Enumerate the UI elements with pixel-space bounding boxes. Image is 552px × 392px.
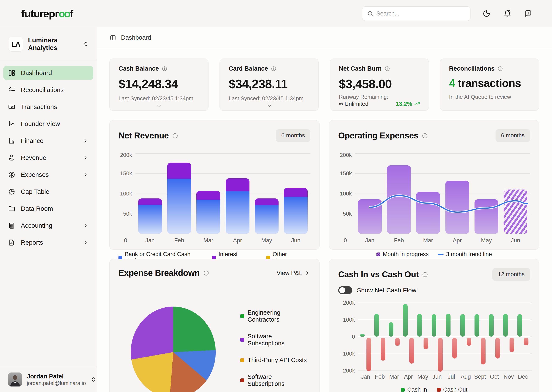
show-net-cash-flow-toggle[interactable] bbox=[338, 286, 352, 294]
line-chart-icon bbox=[8, 120, 15, 127]
cash-out-bar bbox=[409, 338, 414, 364]
cash-out-bar bbox=[467, 338, 471, 346]
chevron-right-icon bbox=[305, 270, 310, 276]
cash-out-bar bbox=[452, 338, 457, 358]
x-axis-label: Mar bbox=[196, 237, 220, 244]
cash-out-bar bbox=[395, 338, 400, 346]
sidebar-item-label: Revenue bbox=[21, 154, 77, 161]
search-input[interactable] bbox=[377, 10, 465, 17]
sidebar-item-dashboard[interactable]: Dashboard bbox=[3, 66, 93, 80]
dark-mode-button[interactable] bbox=[482, 9, 491, 18]
cash-in-bar bbox=[360, 334, 365, 337]
sidebar-item-label: Cap Table bbox=[21, 188, 88, 195]
cashflow-month-feb bbox=[373, 303, 387, 371]
net-cash-burn-value: $3,458.00 bbox=[339, 77, 420, 91]
legend-item: Cash Out bbox=[437, 386, 467, 392]
chevron-right-icon bbox=[83, 155, 88, 161]
expense-pie-chart bbox=[131, 307, 216, 392]
sidebar-item-accounting[interactable]: Accounting bbox=[3, 219, 93, 233]
cashflow-month-apr bbox=[401, 303, 415, 371]
legend-item: Cash In bbox=[401, 386, 427, 392]
sidebar-item-reconciliations[interactable]: Reconciliations bbox=[3, 83, 93, 97]
sidebar-item-reports[interactable]: Reports bbox=[3, 236, 93, 250]
main-content: Dashboard Cash Balance $14,248.34 Last S… bbox=[97, 27, 552, 392]
sidebar-item-transactions[interactable]: Transactions bbox=[3, 100, 93, 114]
y-axis-tick: - 100k bbox=[340, 350, 355, 357]
info-icon[interactable] bbox=[422, 133, 428, 139]
cash-out-bar bbox=[438, 338, 443, 372]
user-email: jordan.patel@luminara.io bbox=[27, 380, 86, 386]
runway-value: ∞ Unlimited bbox=[339, 101, 388, 107]
sidebar-item-revenue[interactable]: Revenue bbox=[3, 151, 93, 165]
chart-title: Cash In vs Cash Out bbox=[338, 270, 419, 279]
y-axis-tick: 50k bbox=[123, 210, 132, 217]
sidebar-item-label: Dashboard bbox=[21, 69, 88, 77]
legend-swatch bbox=[437, 388, 441, 392]
cash-in-bar bbox=[432, 314, 436, 337]
x-axis-label: Jan bbox=[138, 237, 162, 244]
workspace-selector[interactable]: LA Luminara Analytics bbox=[0, 27, 97, 60]
x-axis-label: Jun bbox=[284, 237, 308, 244]
x-axis-label: Oct bbox=[487, 374, 501, 380]
reconciliations-card: Reconciliations 4 transactions In the AI… bbox=[440, 58, 539, 111]
y-axis-tick: 100k bbox=[343, 316, 355, 323]
info-icon[interactable] bbox=[271, 66, 276, 71]
x-axis-label: Mar bbox=[387, 374, 401, 380]
operating-expenses-card: Operating Expenses 6 months 200k150k100k… bbox=[329, 120, 539, 250]
message-alert-icon bbox=[524, 10, 532, 17]
sidebar-nav: DashboardReconciliationsTransactionsFoun… bbox=[0, 60, 97, 367]
cashflow-month-jan bbox=[358, 303, 373, 371]
info-icon[interactable] bbox=[385, 66, 390, 71]
y-axis-tick: 200k bbox=[340, 152, 352, 158]
view-pnl-link[interactable]: View P&L bbox=[277, 270, 310, 276]
sidebar-item-label: Transactions bbox=[21, 103, 88, 111]
cashflow-month-jul bbox=[444, 303, 458, 371]
calculator-icon bbox=[8, 222, 15, 229]
pie-legend-item: Third-Party API Costs bbox=[240, 357, 310, 364]
pie-legend: Engineering ContractorsSoftware Subscrip… bbox=[240, 309, 310, 392]
info-icon[interactable] bbox=[162, 66, 167, 71]
banknote-icon bbox=[8, 103, 15, 111]
sidebar-item-data-room[interactable]: Data Room bbox=[3, 202, 93, 216]
cashflow-month-jun bbox=[430, 303, 444, 371]
legend-item: 3 month trend line bbox=[438, 251, 492, 258]
x-axis-label: Mar bbox=[416, 237, 440, 244]
range-selector[interactable]: 12 months bbox=[492, 268, 530, 281]
range-selector[interactable]: 6 months bbox=[495, 129, 530, 142]
sidebar-item-expenses[interactable]: Expenses bbox=[3, 168, 93, 182]
net-revenue-bar-jun bbox=[284, 188, 308, 234]
panel-left-icon[interactable] bbox=[109, 34, 116, 41]
info-icon[interactable] bbox=[203, 270, 209, 276]
info-icon[interactable] bbox=[497, 66, 503, 71]
search-box[interactable] bbox=[362, 6, 471, 21]
user-menu[interactable]: Jordan Patel jordan.patel@luminara.io bbox=[0, 367, 97, 392]
app-logo: futureproof bbox=[21, 8, 73, 20]
x-axis-label: Jun bbox=[504, 237, 527, 244]
y-axis-zero-label: 0 bbox=[118, 237, 135, 244]
x-axis-label: Aug bbox=[458, 374, 473, 380]
sidebar-item-cap-table[interactable]: Cap Table bbox=[3, 185, 93, 199]
info-icon[interactable] bbox=[422, 272, 428, 278]
sidebar-item-finance[interactable]: Finance bbox=[3, 134, 93, 148]
cash-out-bar bbox=[381, 338, 385, 361]
cashflow-month-dec bbox=[516, 303, 530, 371]
bar-chart-icon bbox=[8, 137, 15, 144]
x-axis-label: Jan bbox=[358, 374, 373, 380]
cash-in-bar bbox=[446, 314, 450, 337]
cashflow-month-mar bbox=[387, 303, 401, 371]
info-icon[interactable] bbox=[172, 133, 178, 139]
pie-legend-item: Engineering Contractors bbox=[240, 309, 310, 323]
expand-card-button[interactable] bbox=[109, 103, 208, 109]
cash-in-bar bbox=[374, 314, 379, 337]
feedback-button[interactable] bbox=[523, 9, 533, 18]
opex-bar-jan bbox=[358, 199, 382, 234]
sidebar-item-founder-view[interactable]: Founder View bbox=[3, 117, 93, 131]
chevrons-up-down-icon bbox=[83, 41, 89, 47]
expand-card-button[interactable] bbox=[220, 103, 319, 109]
stat-cards-row: Cash Balance $14,248.34 Last Synced: 02/… bbox=[109, 58, 539, 111]
breadcrumb: Dashboard bbox=[97, 27, 552, 48]
range-selector[interactable]: 6 months bbox=[276, 129, 310, 142]
card-balance-card: Card Balance $34,238.11 Last Synced: 02/… bbox=[219, 58, 319, 111]
notifications-button[interactable] bbox=[503, 9, 512, 18]
y-axis-tick: 200k bbox=[120, 152, 132, 158]
